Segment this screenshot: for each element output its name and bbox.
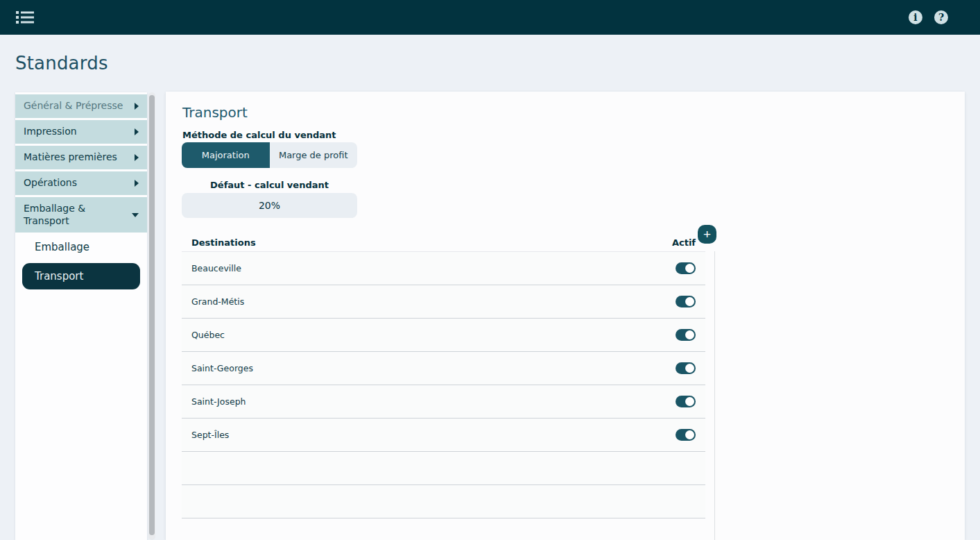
table-header-row: Destinations Actif xyxy=(182,233,705,251)
page-title: Standards xyxy=(15,53,108,74)
destination-row: Québec xyxy=(182,319,705,352)
destination-name: Beauceville xyxy=(191,263,241,273)
destination-row: Saint-Joseph xyxy=(182,385,705,419)
destination-row: Grand-Métis xyxy=(182,285,705,319)
active-toggle[interactable] xyxy=(676,296,696,307)
active-toggle[interactable] xyxy=(676,262,696,274)
help-icon[interactable]: ? xyxy=(934,10,948,24)
active-toggle[interactable] xyxy=(676,362,696,374)
destinations-table: Destinations Actif BeaucevilleGrand-Méti… xyxy=(182,233,705,518)
active-toggle[interactable] xyxy=(676,396,696,407)
sidebar-scrollbar-thumb[interactable] xyxy=(149,95,155,535)
destination-row: Sept-Îles xyxy=(182,419,705,452)
segment-marge-de-profit[interactable]: Marge de profit xyxy=(270,142,358,168)
toggle-knob xyxy=(685,430,694,439)
destinations-column-header: Destinations xyxy=(191,237,256,248)
chevron-down-icon xyxy=(132,213,139,217)
toggle-knob xyxy=(685,397,694,406)
destination-name: Sept-Îles xyxy=(191,430,229,440)
method-segmented-control: Majoration Marge de profit xyxy=(182,142,357,168)
destination-row: Beauceville xyxy=(182,252,705,285)
sidebar-subitem-emballage[interactable]: Emballage xyxy=(15,235,147,260)
empty-destination-row xyxy=(182,485,705,518)
chevron-right-icon xyxy=(135,154,139,161)
default-calc-input[interactable] xyxy=(182,193,357,218)
chevron-right-icon xyxy=(135,128,139,135)
sidebar-item-g-n-ral-pr-presse[interactable]: Général & Prépresse xyxy=(15,94,147,118)
sidebar-item-impression[interactable]: Impression xyxy=(15,120,147,144)
sidebar-item-label: Matières premières xyxy=(24,151,135,164)
destination-name: Grand-Métis xyxy=(191,296,244,307)
sidebar-item-label: Impression xyxy=(24,126,135,138)
panel-heading: Transport xyxy=(182,104,248,121)
sidebar-item-emballage-transport[interactable]: Emballage & Transport xyxy=(15,197,147,233)
sidebar-nav: Général & PrépresseImpressionMatières pr… xyxy=(15,92,147,540)
empty-destination-row xyxy=(182,452,705,485)
info-icon[interactable]: i xyxy=(909,10,922,24)
chevron-right-icon xyxy=(135,180,139,187)
active-toggle[interactable] xyxy=(676,329,696,341)
destination-name: Québec xyxy=(191,330,225,340)
table-body: BeaucevilleGrand-MétisQuébecSaint-George… xyxy=(182,251,705,518)
menu-list-icon[interactable] xyxy=(15,9,35,26)
sidebar-item-label: Opérations xyxy=(24,177,135,189)
topbar-actions: i ? xyxy=(909,10,948,24)
toggle-knob xyxy=(685,364,694,373)
topbar: i ? xyxy=(0,0,980,35)
toggle-knob xyxy=(685,264,694,273)
method-label: Méthode de calcul du vendant xyxy=(182,130,336,140)
sidebar-subitem-transport[interactable]: Transport xyxy=(22,263,140,289)
sidebar-item-label: Général & Prépresse xyxy=(24,100,135,112)
chevron-right-icon xyxy=(135,103,139,110)
actif-column-header: Actif xyxy=(672,237,696,248)
segment-majoration[interactable]: Majoration xyxy=(182,142,270,168)
destination-name: Saint-Joseph xyxy=(191,396,246,407)
sidebar-item-mati-res-premi-res[interactable]: Matières premières xyxy=(15,146,147,169)
toggle-knob xyxy=(685,330,694,339)
destination-row: Saint-Georges xyxy=(182,352,705,385)
sidebar-item-op-rations[interactable]: Opérations xyxy=(15,171,147,195)
active-toggle[interactable] xyxy=(676,429,696,441)
sidebar-item-label: Emballage & Transport xyxy=(24,203,132,227)
table-right-divider xyxy=(714,251,715,540)
destination-name: Saint-Georges xyxy=(191,363,253,373)
transport-panel: Transport Méthode de calcul du vendant M… xyxy=(166,92,965,540)
toggle-knob xyxy=(685,297,694,306)
default-calc-label: Défaut - calcul vendant xyxy=(182,180,357,190)
sidebar-scrollbar-track xyxy=(148,92,155,540)
